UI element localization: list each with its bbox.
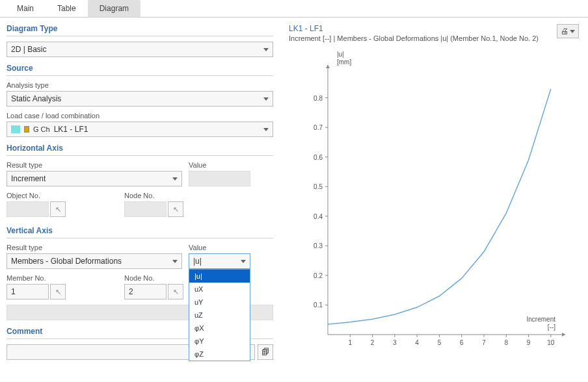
picker-icon: ↖ [173, 288, 179, 296]
svg-text:0.1: 0.1 [314, 301, 323, 309]
haxis-node-input [124, 201, 167, 217]
loadcase-label: Load case / load combination [7, 112, 273, 120]
dropdown-option-phiy[interactable]: φY [189, 335, 250, 348]
diagram-type-select[interactable]: 2D | Basic [7, 42, 273, 57]
pick-member-button[interactable]: ↖ [50, 284, 66, 299]
loadcase-value: LK1 - LF1 [54, 125, 88, 134]
chevron-down-icon [570, 30, 575, 33]
svg-text:0.7: 0.7 [314, 124, 323, 131]
diagram-type-value: 2D | Basic [11, 45, 46, 54]
library-icon: 🗐 [261, 348, 269, 357]
vaxis-value-label: Value [189, 244, 250, 251]
dropdown-option-ux[interactable]: uX [189, 283, 250, 296]
svg-text:3: 3 [393, 339, 397, 346]
svg-text:|u|: |u| [337, 51, 344, 58]
pick-node-button[interactable]: ↖ [168, 201, 183, 217]
vaxis-value-dropdown: |u| uX uY uZ φX φY φZ [189, 269, 250, 361]
tab-bar: Main Table Diagram [0, 0, 588, 18]
haxis-title: Horizontal Axis [7, 140, 273, 156]
haxis-object-input [7, 201, 49, 217]
analysis-type-value: Static Analysis [11, 94, 61, 103]
analysis-type-select[interactable]: Static Analysis [7, 91, 273, 107]
svg-text:1: 1 [349, 339, 353, 346]
svg-text:[mm]: [mm] [337, 58, 351, 66]
vaxis-result-label: Result type [7, 244, 182, 251]
loadcase-prefix: G Ch [33, 125, 50, 133]
chevron-down-icon [172, 260, 178, 263]
chart-area: 0.10.20.30.40.50.60.70.812345678910|u|[m… [289, 49, 579, 363]
haxis-object-label: Object No. [7, 192, 66, 199]
chart-svg: 0.10.20.30.40.50.60.70.812345678910|u|[m… [289, 49, 575, 361]
dropdown-option-phiz[interactable]: φZ [189, 348, 250, 361]
picker-icon: ↖ [173, 205, 179, 214]
chart-title: LK1 - LF1 [289, 24, 579, 33]
printer-icon: 🖨 [561, 27, 568, 36]
tab-main[interactable]: Main [5, 0, 46, 17]
dropdown-option-u[interactable]: |u| [189, 270, 250, 283]
svg-text:8: 8 [505, 339, 509, 346]
chevron-down-icon [172, 177, 178, 181]
svg-text:5: 5 [438, 339, 442, 346]
tab-table[interactable]: Table [46, 0, 88, 17]
print-button[interactable]: 🖨 [557, 24, 579, 38]
svg-text:0.6: 0.6 [314, 154, 323, 161]
comment-library-button[interactable]: 🗐 [258, 344, 273, 360]
pick-object-button[interactable]: ↖ [50, 201, 66, 217]
svg-text:0.5: 0.5 [314, 183, 323, 190]
svg-text:4: 4 [415, 339, 419, 346]
haxis-result-value: Increment [11, 174, 46, 183]
diagram-type-title: Diagram Type [7, 20, 273, 36]
source-title: Source [7, 60, 273, 76]
chart-subtitle: Increment [--] | Members - Global Deform… [289, 34, 579, 42]
svg-text:0.8: 0.8 [314, 95, 323, 102]
svg-text:[--]: [--] [548, 324, 555, 331]
vaxis-title: Vertical Axis [7, 222, 273, 238]
dropdown-option-uy[interactable]: uY [189, 296, 250, 309]
vaxis-value-select[interactable]: |u| |u| uX uY uZ φX φY φZ [189, 253, 250, 269]
vaxis-member-label: Member No. [7, 274, 66, 282]
svg-text:7: 7 [482, 339, 486, 346]
loadcase-color-icon [11, 125, 20, 133]
vaxis-member-input[interactable]: 1 [7, 284, 49, 299]
dropdown-option-uz[interactable]: uZ [189, 309, 250, 322]
picker-icon: ↖ [55, 205, 61, 214]
settings-panel: Diagram Type 2D | Basic Source Analysis … [0, 18, 280, 380]
svg-marker-3 [326, 65, 330, 68]
chevron-down-icon [263, 48, 269, 51]
haxis-result-label: Result type [7, 161, 182, 169]
svg-text:6: 6 [460, 339, 464, 346]
tab-diagram[interactable]: Diagram [88, 0, 140, 17]
chevron-down-icon [263, 128, 269, 131]
chevron-down-icon [241, 260, 246, 263]
haxis-value-input [189, 171, 250, 186]
svg-text:10: 10 [547, 339, 555, 346]
chart-panel: 🖨 LK1 - LF1 Increment [--] | Members - G… [280, 18, 588, 380]
vaxis-node-label: Node No. [124, 274, 183, 282]
svg-text:Increment: Increment [527, 316, 556, 323]
chevron-down-icon [263, 97, 269, 101]
svg-text:0.4: 0.4 [314, 213, 323, 220]
dropdown-option-phix[interactable]: φX [189, 322, 250, 335]
pick-vnode-button[interactable]: ↖ [168, 284, 183, 299]
picker-icon: ↖ [55, 288, 61, 296]
haxis-value-label: Value [189, 161, 250, 169]
svg-text:9: 9 [527, 339, 531, 346]
haxis-node-label: Node No. [124, 192, 183, 199]
vaxis-node-input[interactable]: 2 [124, 284, 167, 299]
vaxis-value-selected: |u| [193, 257, 202, 266]
svg-text:0.2: 0.2 [314, 272, 323, 279]
vaxis-result-select[interactable]: Members - Global Deformations [7, 253, 182, 269]
loadcase-select[interactable]: G Ch LK1 - LF1 [7, 121, 273, 137]
analysis-type-label: Analysis type [7, 81, 273, 89]
svg-text:2: 2 [371, 339, 375, 346]
svg-text:0.3: 0.3 [314, 242, 323, 249]
loadcase-badge-icon [24, 126, 29, 133]
svg-marker-1 [562, 333, 565, 337]
haxis-result-select[interactable]: Increment [7, 171, 182, 186]
vaxis-result-value: Members - Global Deformations [11, 257, 122, 266]
